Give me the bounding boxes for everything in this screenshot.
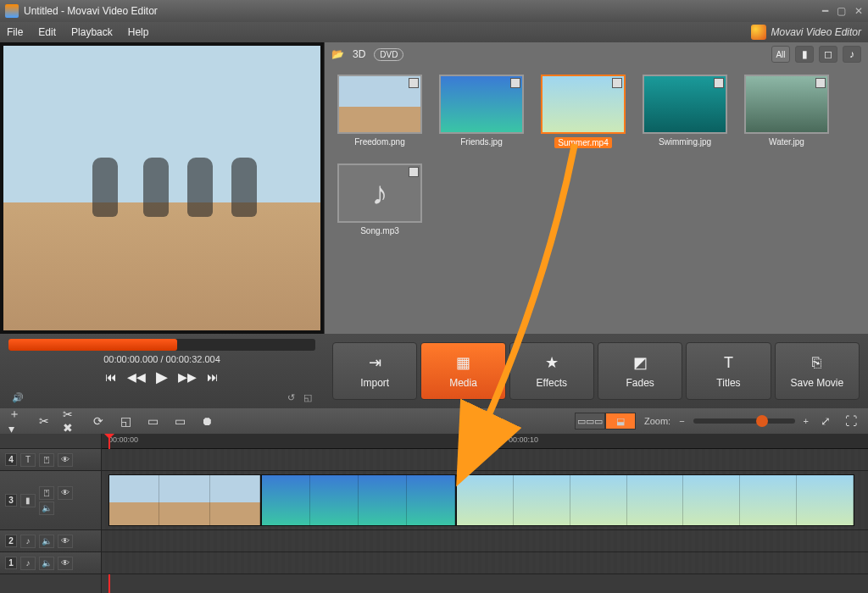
menu-edit[interactable]: Edit — [38, 26, 56, 38]
track-header-2[interactable]: 2 ♪ 🔈 👁 — [0, 530, 101, 552]
track-header-4[interactable]: 4 T ⍞ 👁 — [0, 449, 101, 471]
tab-media[interactable]: ▦Media — [420, 342, 505, 400]
clip-freedom[interactable] — [108, 474, 261, 526]
media-item-water[interactable]: Water.jpg — [743, 75, 830, 148]
visibility-icon[interactable]: 👁 — [58, 453, 73, 467]
track-2[interactable] — [102, 530, 868, 552]
media-label: Song.mp3 — [360, 226, 399, 236]
track-headers: 4 T ⍞ 👁 3 ▮ ⍞👁 🔈 2 ♪ 🔈 👁 1 ♪ 🔈 👁 — [0, 434, 102, 593]
zoom-minus-icon[interactable]: − — [679, 416, 684, 426]
folder-icon[interactable]: 📂 — [331, 48, 344, 60]
menu-help[interactable]: Help — [128, 26, 149, 38]
volume-icon[interactable]: 🔊 — [12, 392, 24, 403]
media-item-summer[interactable]: Summer.mp4 — [540, 75, 626, 148]
minimize-icon[interactable]: ━ — [822, 5, 828, 17]
preview-canvas[interactable] — [3, 46, 320, 330]
media-item-freedom[interactable]: Freedom.png — [337, 75, 423, 148]
fullscreen-icon[interactable]: ⛶ — [843, 413, 860, 429]
track-header-1[interactable]: 1 ♪ 🔈 👁 — [0, 552, 101, 574]
maximize-icon[interactable]: ▢ — [837, 5, 846, 17]
track-3[interactable]: Freedom.png (0:00:05) Friends.jpg (0:00:… — [102, 471, 868, 530]
app-icon — [5, 4, 19, 18]
brand: Movavi Video Editor — [751, 25, 862, 40]
menu-file[interactable]: File — [7, 26, 23, 38]
rotate-icon[interactable]: ⟳ — [90, 413, 107, 429]
goto-start-icon[interactable]: ⏮ — [105, 370, 117, 384]
link-icon[interactable]: ⍞ — [39, 486, 54, 500]
filter-audio-icon[interactable]: ♪ — [843, 46, 861, 63]
zoom-plus-icon[interactable]: + — [804, 416, 809, 426]
view-toggle: ▭▭▭ ⬓ — [575, 413, 636, 430]
goto-end-icon[interactable]: ⏭ — [207, 370, 219, 384]
media-bin: 📂 3D DVD All ▮ ◻ ♪ Freedom.png Friends.j… — [324, 42, 868, 334]
timeline-view-icon[interactable]: ⬓ — [605, 413, 636, 430]
close-icon[interactable]: ✕ — [854, 5, 863, 17]
step-forward-icon[interactable]: ▶▶ — [178, 370, 197, 384]
brand-label: Movavi Video Editor — [771, 26, 862, 38]
timeline-toolbar: ＋▾ ✂ ✂✖ ⟳ ◱ ▭ ▭ ⏺ ▭▭▭ ⬓ Zoom: − + ⤢ ⛶ — [0, 408, 868, 434]
tab-fades[interactable]: ◩Fades — [598, 342, 682, 400]
audio-track-icon: ♪ — [20, 557, 36, 570]
threeD-button[interactable]: 3D — [353, 48, 365, 60]
filter-video-icon[interactable]: ▮ — [795, 46, 814, 63]
window-title: Untitled - Movavi Video Editor — [24, 5, 158, 17]
media-item-friends[interactable]: Friends.jpg — [438, 75, 525, 148]
record-icon[interactable]: ⏺ — [198, 413, 215, 429]
crop-icon[interactable]: ◱ — [303, 392, 312, 403]
tool-b-icon[interactable]: ▭ — [171, 413, 188, 429]
tracks-area[interactable]: 00:00:00 00:00:10 Freedom.png (0:00:05) … — [102, 434, 868, 593]
fit-icon[interactable]: ⤢ — [817, 413, 834, 429]
scissors-icon[interactable]: ✂ — [36, 413, 53, 429]
thumb-grid: Freedom.png Friends.jpg Summer.mp4 Swimm… — [325, 66, 868, 334]
menubar: File Edit Playback Help Movavi Video Edi… — [0, 22, 868, 42]
visibility-icon[interactable]: 👁 — [58, 486, 73, 500]
link-icon[interactable]: ⍞ — [39, 453, 54, 467]
mute-icon[interactable]: 🔈 — [39, 502, 54, 515]
media-item-swimming[interactable]: Swimming.jpg — [642, 75, 728, 148]
crop-tool-icon[interactable]: ◱ — [117, 413, 134, 429]
playback-controls: 00:00:00.000 / 00:00:32.004 ⏮ ◀◀ ▶ ▶▶ ⏭ … — [0, 334, 324, 408]
titles-icon: T — [724, 354, 733, 372]
clip-summer[interactable] — [456, 474, 854, 526]
video-track-icon: ▮ — [20, 494, 36, 507]
time-ruler[interactable]: 00:00:00 00:00:10 — [102, 434, 868, 449]
tool-a-icon[interactable]: ▭ — [144, 413, 161, 429]
media-label: Freedom.png — [354, 137, 404, 147]
track-4[interactable] — [102, 449, 868, 471]
seekbar[interactable] — [8, 339, 315, 351]
effects-icon: ★ — [545, 353, 559, 372]
audio-track-icon: ♪ — [20, 535, 36, 548]
media-badge-icon — [510, 78, 520, 88]
clip-friends[interactable] — [261, 474, 456, 526]
filter-all[interactable]: All — [771, 46, 790, 63]
scissors-delete-icon[interactable]: ✂✖ — [63, 413, 80, 429]
filter-image-icon[interactable]: ◻ — [819, 46, 837, 63]
preview-panel — [0, 42, 324, 334]
dvd-button[interactable]: DVD — [374, 48, 403, 61]
bin-toolbar: 📂 3D DVD All ▮ ◻ ♪ — [325, 42, 868, 66]
track-header-3[interactable]: 3 ▮ ⍞👁 🔈 — [0, 471, 101, 530]
storyboard-view-icon[interactable]: ▭▭▭ — [575, 413, 605, 430]
visibility-icon[interactable]: 👁 — [58, 535, 73, 548]
main-tabs: ⇥Import ▦Media ★Effects ◩Fades TTitles ⎘… — [324, 334, 868, 408]
mute-icon[interactable]: 🔈 — [39, 557, 54, 570]
visibility-icon[interactable]: 👁 — [58, 557, 73, 570]
media-item-song[interactable]: ♪ Song.mp3 — [337, 163, 423, 236]
timecode: 00:00:00.000 / 00:00:32.004 — [0, 354, 324, 364]
media-label: Swimming.jpg — [659, 137, 711, 147]
tab-effects[interactable]: ★Effects — [509, 342, 594, 400]
media-badge-icon — [815, 78, 826, 88]
undo-icon[interactable]: ↺ — [287, 392, 295, 403]
track-1[interactable] — [102, 552, 868, 574]
zoom-slider[interactable] — [693, 418, 795, 424]
fades-icon: ◩ — [633, 353, 648, 372]
add-icon[interactable]: ＋▾ — [8, 413, 25, 429]
media-badge-icon — [612, 78, 622, 88]
step-back-icon[interactable]: ◀◀ — [127, 370, 146, 384]
tab-save-movie[interactable]: ⎘Save Movie — [775, 342, 860, 400]
play-icon[interactable]: ▶ — [156, 368, 168, 386]
tab-import[interactable]: ⇥Import — [332, 342, 417, 400]
tab-titles[interactable]: TTitles — [686, 342, 771, 400]
menu-playback[interactable]: Playback — [71, 26, 113, 38]
mute-icon[interactable]: 🔈 — [39, 535, 54, 548]
